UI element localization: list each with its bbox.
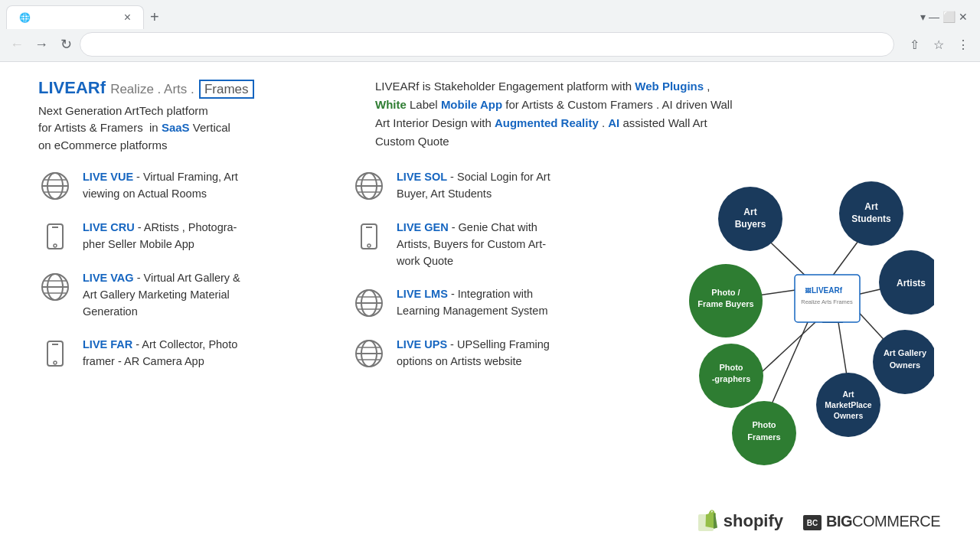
address-bar[interactable] — [80, 32, 894, 57]
shopify-text: shopify — [724, 511, 783, 531]
features-section: LIVE VUE - Virtual Framing, Artviewing o… — [38, 169, 942, 475]
desc-text3: Label — [407, 98, 441, 111]
header-section: LIVEARf Realize . Arts . Frames Next Gen… — [38, 77, 942, 154]
forward-button[interactable]: → — [31, 34, 52, 55]
feature-cru: LIVE CRU - ARtists , Photogra-pher Selle… — [38, 220, 352, 253]
desc-text2: , — [704, 80, 710, 93]
svg-point-22 — [368, 244, 371, 247]
logo-section: LIVEARf Realize . Arts . Frames Next Gen… — [38, 77, 329, 154]
white-highlight: White — [375, 98, 407, 111]
svg-text:Photo /: Photo / — [711, 288, 740, 297]
feature-gen: LIVE GEN - Genie Chat withArtists, Buyer… — [352, 220, 666, 269]
svg-text:🖼: 🖼 — [805, 288, 812, 295]
feature-ups: LIVE UPS - UPSelling Framingoptions on A… — [352, 337, 666, 370]
svg-rect-71 — [698, 514, 714, 531]
gen-name: LIVE GEN — [397, 221, 449, 233]
ups-icon — [352, 337, 386, 370]
logo-realize: Realize . Arts . — [110, 82, 194, 96]
bigcommerce-text: BIGCOMMERCE — [826, 513, 940, 530]
tab-close-button[interactable]: × — [124, 11, 131, 24]
cru-icon — [38, 220, 72, 253]
ar-highlight: Augmented Reality — [495, 116, 599, 129]
active-tab[interactable]: 🌐 × — [6, 5, 144, 29]
features-right: Art Buyers Art Students Artists Art Gall… — [666, 169, 942, 475]
vue-text: LIVE VUE - Virtual Framing, Artviewing o… — [83, 169, 238, 203]
vue-icon — [38, 169, 72, 203]
gen-text: LIVE GEN - Genie Chat withArtists, Buyer… — [397, 220, 546, 269]
logo-arf: ARf — [76, 78, 106, 97]
features-center: LIVE SOL - Social Login for ArtBuyer, Ar… — [352, 169, 666, 475]
mobile-app-highlight: Mobile App — [441, 98, 502, 111]
svg-text:Students: Students — [851, 214, 891, 224]
menu-button[interactable]: ⋮ — [952, 34, 974, 55]
lms-text: LIVE LMS - Integration withLearning Mana… — [397, 286, 547, 320]
feature-vag: LIVE VAG - Virtual Art Gallery &Art Gall… — [38, 270, 352, 320]
logo-frames-box: Frames — [199, 80, 254, 99]
bookmark-button[interactable]: ☆ — [928, 34, 949, 55]
feature-vue: LIVE VUE - Virtual Framing, Artviewing o… — [38, 169, 352, 203]
web-plugins-highlight: Web Plugins — [635, 80, 704, 93]
tab-favicon: 🌐 — [19, 12, 31, 23]
saas-label: SaaS — [162, 121, 190, 134]
stakeholder-diagram: Art Buyers Art Students Artists Art Gall… — [674, 169, 934, 475]
vag-text: LIVE VAG - Virtual Art Gallery &Art Gall… — [83, 270, 240, 320]
feature-lms: LIVE LMS - Integration withLearning Mana… — [352, 286, 666, 320]
svg-text:Art Gallery: Art Gallery — [884, 348, 927, 357]
bigcommerce-icon: BC — [802, 509, 823, 533]
feature-sol: LIVE SOL - Social Login for ArtBuyer, Ar… — [352, 169, 666, 203]
sol-text: LIVE SOL - Social Login for ArtBuyer, Ar… — [397, 169, 550, 203]
svg-text:Frame Buyers: Frame Buyers — [697, 299, 753, 308]
logo-subtitle: Next Generation ArtTech platform for Art… — [38, 103, 329, 155]
tab-bar: 🌐 × + ▾ — ⬜ ✕ — [0, 0, 980, 28]
ai-highlight: AI — [608, 116, 619, 129]
svg-text:LIVEARf: LIVEARf — [812, 286, 843, 295]
svg-text:Buyers: Buyers — [735, 219, 766, 230]
far-text: LIVE FAR - Art Collector, Photoframer - … — [83, 337, 237, 370]
svg-point-6 — [54, 244, 57, 247]
nav-icons: ⇧ ☆ ⋮ — [903, 34, 974, 55]
svg-text:Realize Arts Frames: Realize Arts Frames — [801, 298, 853, 305]
lms-icon — [352, 286, 386, 320]
svg-text:MarketPlace: MarketPlace — [825, 400, 871, 409]
sol-icon — [352, 169, 386, 203]
far-name: LIVE FAR — [83, 338, 132, 350]
browser-chrome: 🌐 × + ▾ — ⬜ ✕ ← → ↻ ⇧ ☆ ⋮ — [0, 0, 980, 62]
cru-name: LIVE CRU — [83, 221, 135, 233]
svg-text:Artists: Artists — [897, 278, 926, 289]
shopify-icon — [694, 507, 719, 535]
ups-text: LIVE UPS - UPSelling Framingoptions on A… — [397, 337, 550, 370]
svg-text:Owners: Owners — [890, 360, 920, 370]
vue-name: LIVE VUE — [83, 171, 133, 183]
svg-text:Photo: Photo — [719, 363, 743, 372]
page-content: LIVEARf Realize . Arts . Frames Next Gen… — [0, 62, 980, 551]
desc-section: LIVEARf is Stakeholder Engagement platfo… — [375, 77, 942, 154]
sol-name: LIVE SOL — [397, 171, 447, 183]
gen-icon — [352, 220, 386, 253]
far-icon — [38, 337, 72, 370]
lms-name: LIVE LMS — [397, 288, 448, 300]
svg-text:Art: Art — [864, 201, 877, 212]
cru-text: LIVE CRU - ARtists , Photogra-pher Selle… — [83, 220, 237, 253]
new-tab-button[interactable]: + — [144, 5, 165, 29]
vag-name: LIVE VAG — [83, 272, 134, 284]
svg-text:Art: Art — [842, 390, 854, 399]
partner-logos: shopify BC BIGCOMMERCE — [694, 507, 940, 535]
logo-text: LIVEARf Realize . Arts . Frames — [38, 77, 329, 99]
logo-live: LIVE — [38, 78, 76, 97]
shopify-logo: shopify — [694, 507, 783, 535]
back-button[interactable]: ← — [6, 34, 28, 55]
feature-far: LIVE FAR - Art Collector, Photoframer - … — [38, 337, 352, 370]
share-button[interactable]: ⇧ — [903, 34, 925, 55]
svg-point-14 — [54, 361, 57, 364]
desc-text1: LIVEARf is Stakeholder Engagement platfo… — [375, 80, 635, 93]
vag-icon — [38, 270, 72, 304]
svg-text:-graphers: -graphers — [712, 374, 751, 383]
ups-name: LIVE UPS — [397, 338, 447, 350]
svg-text:BC: BC — [807, 519, 818, 527]
diagram-container: Art Buyers Art Students Artists Art Gall… — [674, 169, 934, 475]
nav-bar: ← → ↻ ⇧ ☆ ⋮ — [0, 28, 980, 61]
bigcommerce-logo: BC BIGCOMMERCE — [802, 509, 940, 533]
svg-text:Art: Art — [743, 207, 756, 217]
svg-text:Owners: Owners — [834, 411, 864, 420]
reload-button[interactable]: ↻ — [55, 34, 77, 55]
